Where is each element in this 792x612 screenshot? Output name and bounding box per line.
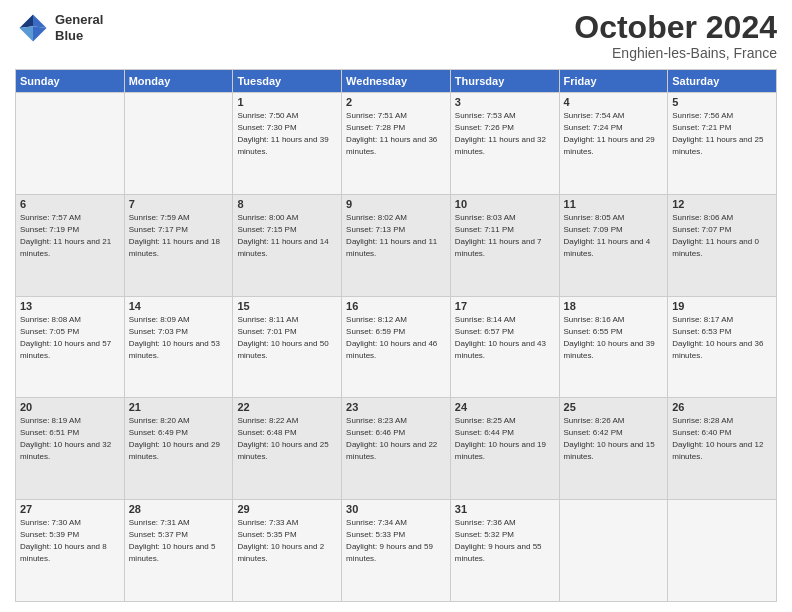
calendar-cell: 19Sunrise: 8:17 AMSunset: 6:53 PMDayligh… (668, 296, 777, 398)
calendar-cell: 11Sunrise: 8:05 AMSunset: 7:09 PMDayligh… (559, 194, 668, 296)
day-number: 23 (346, 401, 446, 413)
day-number: 3 (455, 96, 555, 108)
calendar-week-row: 6Sunrise: 7:57 AMSunset: 7:19 PMDaylight… (16, 194, 777, 296)
day-info: Sunrise: 7:59 AMSunset: 7:17 PMDaylight:… (129, 212, 229, 260)
day-number: 31 (455, 503, 555, 515)
day-info: Sunrise: 8:00 AMSunset: 7:15 PMDaylight:… (237, 212, 337, 260)
svg-marker-2 (20, 26, 34, 41)
day-number: 7 (129, 198, 229, 210)
day-info: Sunrise: 7:56 AMSunset: 7:21 PMDaylight:… (672, 110, 772, 158)
calendar-cell: 9Sunrise: 8:02 AMSunset: 7:13 PMDaylight… (342, 194, 451, 296)
calendar-table: SundayMondayTuesdayWednesdayThursdayFrid… (15, 69, 777, 602)
day-info: Sunrise: 8:25 AMSunset: 6:44 PMDaylight:… (455, 415, 555, 463)
logo: General Blue (15, 10, 103, 46)
day-number: 1 (237, 96, 337, 108)
day-info: Sunrise: 8:23 AMSunset: 6:46 PMDaylight:… (346, 415, 446, 463)
svg-marker-3 (33, 26, 47, 41)
day-number: 24 (455, 401, 555, 413)
calendar-cell: 24Sunrise: 8:25 AMSunset: 6:44 PMDayligh… (450, 398, 559, 500)
weekday-header: Sunday (16, 70, 125, 93)
day-number: 20 (20, 401, 120, 413)
day-info: Sunrise: 8:26 AMSunset: 6:42 PMDaylight:… (564, 415, 664, 463)
calendar-cell (16, 93, 125, 195)
header-right: October 2024 Enghien-les-Bains, France (574, 10, 777, 61)
weekday-header: Wednesday (342, 70, 451, 93)
header: General Blue October 2024 Enghien-les-Ba… (15, 10, 777, 61)
calendar-cell: 30Sunrise: 7:34 AMSunset: 5:33 PMDayligh… (342, 500, 451, 602)
calendar-cell: 2Sunrise: 7:51 AMSunset: 7:28 PMDaylight… (342, 93, 451, 195)
day-info: Sunrise: 8:22 AMSunset: 6:48 PMDaylight:… (237, 415, 337, 463)
weekday-header: Tuesday (233, 70, 342, 93)
day-number: 19 (672, 300, 772, 312)
weekday-header-row: SundayMondayTuesdayWednesdayThursdayFrid… (16, 70, 777, 93)
calendar-cell: 15Sunrise: 8:11 AMSunset: 7:01 PMDayligh… (233, 296, 342, 398)
calendar-cell: 27Sunrise: 7:30 AMSunset: 5:39 PMDayligh… (16, 500, 125, 602)
day-info: Sunrise: 7:30 AMSunset: 5:39 PMDaylight:… (20, 517, 120, 565)
day-info: Sunrise: 8:02 AMSunset: 7:13 PMDaylight:… (346, 212, 446, 260)
calendar-cell: 17Sunrise: 8:14 AMSunset: 6:57 PMDayligh… (450, 296, 559, 398)
calendar-cell: 10Sunrise: 8:03 AMSunset: 7:11 PMDayligh… (450, 194, 559, 296)
logo-line2: Blue (55, 28, 103, 44)
day-number: 18 (564, 300, 664, 312)
day-number: 14 (129, 300, 229, 312)
calendar-cell: 14Sunrise: 8:09 AMSunset: 7:03 PMDayligh… (124, 296, 233, 398)
calendar-cell: 8Sunrise: 8:00 AMSunset: 7:15 PMDaylight… (233, 194, 342, 296)
day-number: 9 (346, 198, 446, 210)
logo-icon (15, 10, 51, 46)
day-info: Sunrise: 7:53 AMSunset: 7:26 PMDaylight:… (455, 110, 555, 158)
calendar-cell: 18Sunrise: 8:16 AMSunset: 6:55 PMDayligh… (559, 296, 668, 398)
day-number: 6 (20, 198, 120, 210)
day-number: 8 (237, 198, 337, 210)
calendar-cell: 25Sunrise: 8:26 AMSunset: 6:42 PMDayligh… (559, 398, 668, 500)
day-number: 17 (455, 300, 555, 312)
day-number: 10 (455, 198, 555, 210)
calendar-week-row: 13Sunrise: 8:08 AMSunset: 7:05 PMDayligh… (16, 296, 777, 398)
day-number: 4 (564, 96, 664, 108)
day-info: Sunrise: 8:06 AMSunset: 7:07 PMDaylight:… (672, 212, 772, 260)
day-info: Sunrise: 7:34 AMSunset: 5:33 PMDaylight:… (346, 517, 446, 565)
calendar-cell: 31Sunrise: 7:36 AMSunset: 5:32 PMDayligh… (450, 500, 559, 602)
calendar-cell: 4Sunrise: 7:54 AMSunset: 7:24 PMDaylight… (559, 93, 668, 195)
weekday-header: Friday (559, 70, 668, 93)
day-number: 25 (564, 401, 664, 413)
calendar-week-row: 1Sunrise: 7:50 AMSunset: 7:30 PMDaylight… (16, 93, 777, 195)
day-number: 16 (346, 300, 446, 312)
day-info: Sunrise: 8:19 AMSunset: 6:51 PMDaylight:… (20, 415, 120, 463)
day-info: Sunrise: 8:17 AMSunset: 6:53 PMDaylight:… (672, 314, 772, 362)
logo-text: General Blue (55, 12, 103, 43)
day-info: Sunrise: 8:12 AMSunset: 6:59 PMDaylight:… (346, 314, 446, 362)
day-number: 22 (237, 401, 337, 413)
day-number: 11 (564, 198, 664, 210)
day-info: Sunrise: 8:20 AMSunset: 6:49 PMDaylight:… (129, 415, 229, 463)
calendar-cell: 23Sunrise: 8:23 AMSunset: 6:46 PMDayligh… (342, 398, 451, 500)
day-number: 15 (237, 300, 337, 312)
day-number: 12 (672, 198, 772, 210)
day-info: Sunrise: 7:36 AMSunset: 5:32 PMDaylight:… (455, 517, 555, 565)
day-info: Sunrise: 8:08 AMSunset: 7:05 PMDaylight:… (20, 314, 120, 362)
day-info: Sunrise: 8:28 AMSunset: 6:40 PMDaylight:… (672, 415, 772, 463)
day-number: 27 (20, 503, 120, 515)
day-info: Sunrise: 7:51 AMSunset: 7:28 PMDaylight:… (346, 110, 446, 158)
calendar-page: General Blue October 2024 Enghien-les-Ba… (0, 0, 792, 612)
day-info: Sunrise: 7:57 AMSunset: 7:19 PMDaylight:… (20, 212, 120, 260)
day-number: 29 (237, 503, 337, 515)
day-info: Sunrise: 7:31 AMSunset: 5:37 PMDaylight:… (129, 517, 229, 565)
calendar-week-row: 20Sunrise: 8:19 AMSunset: 6:51 PMDayligh… (16, 398, 777, 500)
month-title: October 2024 (574, 10, 777, 45)
day-number: 28 (129, 503, 229, 515)
day-number: 30 (346, 503, 446, 515)
day-info: Sunrise: 8:03 AMSunset: 7:11 PMDaylight:… (455, 212, 555, 260)
calendar-cell: 29Sunrise: 7:33 AMSunset: 5:35 PMDayligh… (233, 500, 342, 602)
location: Enghien-les-Bains, France (574, 45, 777, 61)
svg-marker-0 (33, 15, 47, 29)
day-info: Sunrise: 7:33 AMSunset: 5:35 PMDaylight:… (237, 517, 337, 565)
calendar-cell: 21Sunrise: 8:20 AMSunset: 6:49 PMDayligh… (124, 398, 233, 500)
calendar-cell: 26Sunrise: 8:28 AMSunset: 6:40 PMDayligh… (668, 398, 777, 500)
logo-line1: General (55, 12, 103, 28)
calendar-cell: 16Sunrise: 8:12 AMSunset: 6:59 PMDayligh… (342, 296, 451, 398)
day-number: 2 (346, 96, 446, 108)
day-info: Sunrise: 8:11 AMSunset: 7:01 PMDaylight:… (237, 314, 337, 362)
calendar-cell (668, 500, 777, 602)
day-info: Sunrise: 8:16 AMSunset: 6:55 PMDaylight:… (564, 314, 664, 362)
day-info: Sunrise: 8:14 AMSunset: 6:57 PMDaylight:… (455, 314, 555, 362)
